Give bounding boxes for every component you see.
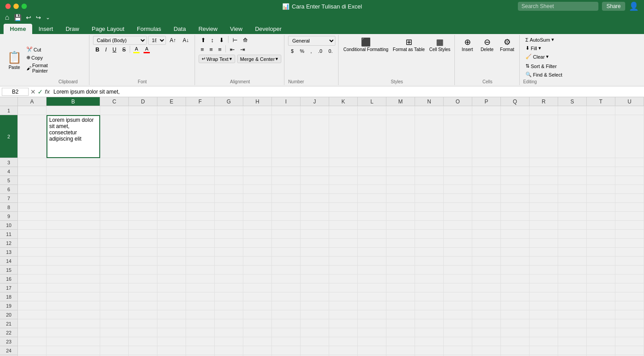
cell-M14[interactable] xyxy=(386,257,415,266)
cell-R11[interactable] xyxy=(530,230,558,239)
row-number-9[interactable]: 9 xyxy=(0,212,18,221)
row-number-4[interactable]: 4 xyxy=(0,167,18,176)
cell-B5[interactable] xyxy=(47,176,100,185)
cell-P3[interactable] xyxy=(472,158,501,167)
cell-C11[interactable] xyxy=(100,230,129,239)
cell-F18[interactable] xyxy=(186,292,215,301)
cell-G14[interactable] xyxy=(215,257,243,266)
cell-I14[interactable] xyxy=(272,257,301,266)
cell-E13[interactable] xyxy=(157,248,186,257)
cell-G23[interactable] xyxy=(215,337,243,346)
tab-page-layout[interactable]: Page Layout xyxy=(85,24,131,34)
cell-Q15[interactable] xyxy=(501,266,530,275)
cell-A17[interactable] xyxy=(18,283,47,292)
cell-Q1[interactable] xyxy=(501,106,530,115)
col-header-H[interactable]: H xyxy=(243,97,272,106)
cell-L7[interactable] xyxy=(358,194,386,203)
cell-I22[interactable] xyxy=(272,328,301,337)
cell-A6[interactable] xyxy=(18,185,47,194)
sort-filter-button[interactable]: ⇅ Sort & Filter xyxy=(523,62,564,70)
cell-J1[interactable] xyxy=(301,106,329,115)
cell-I8[interactable] xyxy=(272,203,301,212)
cell-K24[interactable] xyxy=(329,346,358,355)
cell-R19[interactable] xyxy=(530,301,558,310)
tab-insert[interactable]: Insert xyxy=(32,24,59,34)
cell-S4[interactable] xyxy=(558,167,587,176)
cell-A4[interactable] xyxy=(18,167,47,176)
number-format-select[interactable]: General xyxy=(288,36,335,46)
italic-button[interactable]: I xyxy=(102,46,109,54)
active-cell-b2[interactable]: Lorem ipsum dolor sit amet, consectetur … xyxy=(47,115,100,158)
align-right-button[interactable]: ≡ xyxy=(216,45,224,54)
cell-D3[interactable] xyxy=(129,158,157,167)
cell-M8[interactable] xyxy=(386,203,415,212)
cell-K16[interactable] xyxy=(329,275,358,283)
cell-I21[interactable] xyxy=(272,319,301,328)
cell-P22[interactable] xyxy=(472,328,501,337)
cell-R23[interactable] xyxy=(530,337,558,346)
comma-button[interactable]: , xyxy=(308,47,314,55)
cell-L20[interactable] xyxy=(358,310,386,319)
col-header-A[interactable]: A xyxy=(18,97,47,106)
more-quick-button[interactable]: ⌄ xyxy=(44,14,51,21)
cell-I20[interactable] xyxy=(272,310,301,319)
row-number-23[interactable]: 23 xyxy=(0,337,18,346)
cell-B22[interactable] xyxy=(47,328,100,337)
copy-button[interactable]: ⊕ Copy xyxy=(25,54,49,61)
tab-draw[interactable]: Draw xyxy=(59,24,85,34)
cell-C2[interactable] xyxy=(100,115,129,158)
cell-G2[interactable] xyxy=(215,115,243,158)
cell-A11[interactable] xyxy=(18,230,47,239)
cell-M24[interactable] xyxy=(386,346,415,355)
cell-H5[interactable] xyxy=(243,176,272,185)
cell-I9[interactable] xyxy=(272,212,301,221)
cell-G16[interactable] xyxy=(215,275,243,283)
cell-S16[interactable] xyxy=(558,275,587,283)
cell-T6[interactable] xyxy=(587,185,615,194)
cell-P15[interactable] xyxy=(472,266,501,275)
cell-O21[interactable] xyxy=(444,319,472,328)
cell-U12[interactable] xyxy=(615,239,644,248)
cell-E1[interactable] xyxy=(157,106,186,115)
cell-N23[interactable] xyxy=(415,337,444,346)
cell-P17[interactable] xyxy=(472,283,501,292)
cell-O20[interactable] xyxy=(444,310,472,319)
col-header-R[interactable]: R xyxy=(530,97,558,106)
cell-Q19[interactable] xyxy=(501,301,530,310)
cell-M13[interactable] xyxy=(386,248,415,257)
cell-G10[interactable] xyxy=(215,221,243,230)
cell-O11[interactable] xyxy=(444,230,472,239)
cell-I4[interactable] xyxy=(272,167,301,176)
cell-D2[interactable] xyxy=(129,115,157,158)
cell-H12[interactable] xyxy=(243,239,272,248)
cell-F11[interactable] xyxy=(186,230,215,239)
cell-G17[interactable] xyxy=(215,283,243,292)
cell-N5[interactable] xyxy=(415,176,444,185)
cell-K4[interactable] xyxy=(329,167,358,176)
confirm-formula-button[interactable]: ✓ xyxy=(38,88,43,95)
cell-I5[interactable] xyxy=(272,176,301,185)
cell-A16[interactable] xyxy=(18,275,47,283)
cell-O4[interactable] xyxy=(444,167,472,176)
cell-Q2[interactable] xyxy=(501,115,530,158)
cell-K7[interactable] xyxy=(329,194,358,203)
cell-U15[interactable] xyxy=(615,266,644,275)
cell-P16[interactable] xyxy=(472,275,501,283)
cell-U18[interactable] xyxy=(615,292,644,301)
cell-C3[interactable] xyxy=(100,158,129,167)
cell-B23[interactable] xyxy=(47,337,100,346)
cell-J7[interactable] xyxy=(301,194,329,203)
decrease-decimal-button[interactable]: 0. xyxy=(326,47,335,55)
cell-T4[interactable] xyxy=(587,167,615,176)
cell-M10[interactable] xyxy=(386,221,415,230)
cell-S23[interactable] xyxy=(558,337,587,346)
cell-L6[interactable] xyxy=(358,185,386,194)
cell-L3[interactable] xyxy=(358,158,386,167)
cell-C16[interactable] xyxy=(100,275,129,283)
cell-Q16[interactable] xyxy=(501,275,530,283)
cell-P1[interactable] xyxy=(472,106,501,115)
cell-B11[interactable] xyxy=(47,230,100,239)
cell-R22[interactable] xyxy=(530,328,558,337)
cell-F24[interactable] xyxy=(186,346,215,355)
cell-I7[interactable] xyxy=(272,194,301,203)
